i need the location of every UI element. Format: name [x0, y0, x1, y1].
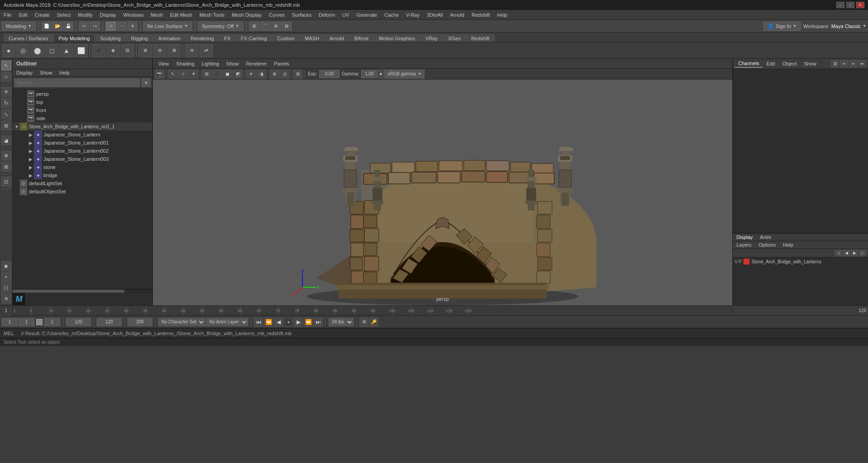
tab-redshift[interactable]: Redshift	[466, 34, 494, 42]
vp-menu-show[interactable]: Show	[223, 60, 243, 67]
menu-create[interactable]: Create	[31, 11, 53, 19]
shelf-icon-separate[interactable]: ⊖	[153, 44, 166, 57]
paint-select-btn[interactable]: ⊹	[1, 72, 11, 82]
step-fwd-btn[interactable]: ⏩	[304, 318, 313, 327]
anim-layer-dropdown[interactable]: No Anim Layer	[206, 318, 248, 326]
range-max-input[interactable]	[127, 318, 152, 326]
menu-mesh-tools[interactable]: Mesh Tools	[196, 11, 228, 19]
layer-nav-2[interactable]: ◀	[843, 250, 850, 256]
tree-item-top[interactable]: 📷 top	[13, 98, 152, 106]
snap-point-btn[interactable]: ⊕	[271, 22, 281, 31]
save-btn[interactable]: 💾	[63, 22, 73, 31]
snap-point-btn[interactable]: ⊕	[1, 150, 11, 160]
shelf-icon-ring[interactable]: ◎	[16, 44, 30, 57]
play-back-btn[interactable]: ◀	[274, 318, 283, 327]
stop-btn[interactable]: ▪	[284, 318, 293, 327]
menu-vray[interactable]: V-Ray	[402, 11, 423, 19]
vp-select-btn[interactable]: ↖	[168, 70, 178, 79]
tree-item-lantern002[interactable]: ▶ ◈ Japanese_Stone_Lantern002	[13, 147, 152, 155]
viewport-canvas[interactable]: x y z persp	[153, 80, 732, 305]
menu-display[interactable]: Display	[96, 11, 120, 19]
tab-poly-modeling[interactable]: Poly Modeling	[53, 34, 94, 42]
snap-curve-btn[interactable]: ⌒	[260, 22, 270, 31]
menu-windows[interactable]: Windows	[120, 11, 147, 19]
ch-icon-4[interactable]: ⇹	[858, 60, 866, 67]
render-region-btn[interactable]: ▣	[1, 261, 11, 271]
character-set-dropdown[interactable]: No Character Set	[158, 318, 205, 326]
outliner-menu-help[interactable]: Help	[56, 69, 74, 76]
menu-uv[interactable]: UV	[339, 11, 353, 19]
ch-icon-3[interactable]: ⇸	[849, 60, 857, 67]
snap-grid-btn[interactable]: ⊞	[1, 162, 11, 172]
tab-custom[interactable]: Custom	[272, 34, 299, 42]
shelf-icon-bevel[interactable]: ◈	[106, 44, 120, 57]
undo-btn[interactable]: ↩	[79, 22, 89, 31]
vp-shadow-btn[interactable]: ◑	[256, 70, 266, 79]
live-surface-btn[interactable]: No Live Surface ▼	[143, 22, 192, 31]
shelf-icon-smooth[interactable]: ≋	[185, 44, 198, 57]
tab-object[interactable]: Object	[778, 60, 800, 67]
tree-item-lantern001[interactable]: ▶ ◈ Japanese_Stone_Lantern001	[13, 139, 152, 147]
new-scene-btn[interactable]: 📄	[42, 22, 52, 31]
tree-item-side[interactable]: 📷 side	[13, 114, 152, 122]
menu-curves[interactable]: Curves	[265, 11, 288, 19]
shelf-icon-plane[interactable]: ⬜	[74, 44, 88, 57]
tree-item-bridge[interactable]: ▶ ◈ bridge	[13, 171, 152, 179]
tree-item-persp[interactable]: 📷 persp	[13, 90, 152, 98]
go-to-start-btn[interactable]: ⏮	[254, 318, 263, 327]
vp-texture-btn[interactable]: ◼	[222, 70, 232, 79]
menu-mesh[interactable]: Mesh	[147, 11, 166, 19]
shelf-icon-bridge[interactable]: ⧉	[121, 44, 134, 57]
vp-camera-btn[interactable]: 📷	[155, 70, 165, 79]
tree-item-lantern003[interactable]: ▶ ◈ Japanese_Stone_Lantern003	[13, 155, 152, 163]
snap-view-btn[interactable]: ⊠	[282, 22, 292, 31]
soft-select-btn[interactable]: ◕	[1, 136, 11, 145]
go-to-end-btn[interactable]: ⏭	[314, 318, 323, 327]
vp-wireframe-btn[interactable]: ⊞	[202, 70, 212, 79]
layer-sub-options[interactable]: Options	[755, 241, 779, 248]
menu-mesh-display[interactable]: Mesh Display	[228, 11, 265, 19]
search-input[interactable]	[14, 79, 140, 87]
snap-grid-btn[interactable]: ⊞	[249, 22, 259, 31]
close-btn[interactable]: ✕	[856, 2, 864, 8]
tab-show[interactable]: Show	[800, 60, 820, 67]
tree-item-object-set[interactable]: ⊙ defaultObjectSet	[13, 187, 152, 196]
menu-select[interactable]: Select	[53, 11, 75, 19]
tab-bifrost[interactable]: Bifrost	[349, 34, 373, 42]
outliner-menu-display[interactable]: Display	[13, 69, 36, 76]
tree-item-main-group[interactable]: ▼ ⬡ Stone_Arch_Bridge_with_Lanterns_ncl1…	[13, 122, 152, 131]
tab-fx[interactable]: FX	[219, 34, 236, 42]
tab-xgen[interactable]: XGen	[443, 34, 466, 42]
step-back-btn[interactable]: ⏪	[264, 318, 273, 327]
minimize-btn[interactable]: ─	[836, 2, 844, 8]
ch-icon-1[interactable]: ⇶	[831, 60, 839, 67]
tab-curves-surfaces[interactable]: Curves / Surfaces	[4, 34, 53, 42]
manip-tool-btn[interactable]: ⊞	[1, 121, 11, 131]
tab-motion-graphics[interactable]: Motion Graphics	[374, 34, 420, 42]
lasso-btn[interactable]: ⋯	[117, 22, 127, 31]
layer-nav-1[interactable]: ◁	[835, 250, 842, 256]
menu-3dtoall[interactable]: 3DtoAll	[423, 11, 446, 19]
symmetry-btn[interactable]: Symmetry: Off ▼	[198, 22, 243, 31]
frame-start-input[interactable]	[2, 318, 18, 326]
frame-color-value[interactable]	[44, 318, 60, 326]
vp-exposure-input[interactable]	[319, 70, 340, 78]
layer-nav-4[interactable]: ▷	[859, 250, 866, 256]
vp-ao-btn[interactable]: ⊕	[269, 70, 279, 79]
play-fwd-btn[interactable]: ▶	[294, 318, 303, 327]
frame-current-input[interactable]	[19, 318, 34, 326]
layer-nav-3[interactable]: ▶	[851, 250, 858, 256]
shelf-icon-boolean[interactable]: ⊗	[167, 44, 181, 57]
menu-arnold[interactable]: Arnold	[446, 11, 468, 19]
scale-tool-btn[interactable]: ⤡	[1, 109, 11, 119]
rotate-tool-btn[interactable]: ↻	[1, 98, 11, 108]
redo-btn[interactable]: ↪	[90, 22, 100, 31]
anim-prefs-btn[interactable]: ⚙	[359, 318, 368, 327]
vp-solid-btn[interactable]: ⬛	[212, 70, 222, 79]
tab-anim[interactable]: Anim	[756, 234, 775, 241]
shelf-icon-combine[interactable]: ⊕	[138, 44, 152, 57]
ch-icon-2[interactable]: ⇷	[840, 60, 848, 67]
vp-gamma-input[interactable]	[361, 70, 377, 78]
tab-edit[interactable]: Edit	[763, 60, 778, 67]
layer-sub-help[interactable]: Help	[779, 241, 797, 248]
